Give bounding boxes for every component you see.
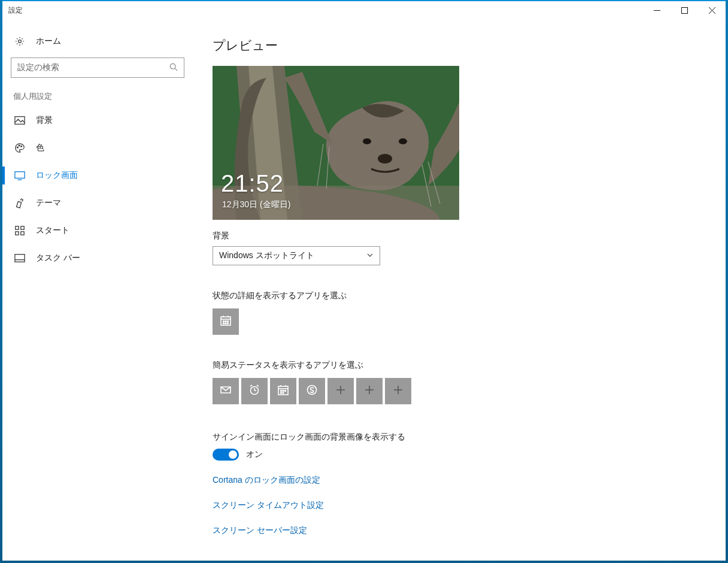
search-placeholder: 設定の検索 [17,62,59,73]
window-title: 設定 [8,5,23,16]
quick-status-add-2[interactable] [356,378,383,404]
maximize-button[interactable] [671,1,698,19]
svg-point-24 [378,154,392,164]
plus-icon [393,385,404,398]
svg-rect-7 [15,117,25,125]
quick-status-add-1[interactable] [327,378,354,404]
background-dropdown[interactable]: Windows スポットライト [213,246,380,265]
svg-rect-15 [16,232,19,235]
lock-screen-icon [14,170,25,181]
signin-bg-toggle-row: オン [213,449,702,461]
svg-point-22 [363,138,371,144]
search-icon [169,63,178,73]
svg-line-42 [250,385,252,386]
svg-rect-1 [681,7,687,13]
minimize-button[interactable] [643,1,671,19]
quick-status-label: 簡易ステータスを表示するアプリを選ぶ [213,360,702,371]
gear-icon [14,36,25,47]
svg-point-36 [223,323,225,324]
toggle-state: オン [246,449,263,460]
detailed-status-tiles [213,308,702,335]
window-controls [643,1,726,19]
svg-rect-13 [16,226,19,229]
quick-status-app-calendar[interactable] [270,378,296,404]
sidebar-section-label: 個人用設定 [2,78,193,107]
search-input[interactable]: 設定の検索 [11,57,184,78]
svg-point-10 [21,146,22,147]
sidebar-item-label: 背景 [36,115,53,126]
signin-bg-toggle[interactable] [213,449,239,461]
svg-point-37 [225,323,226,324]
svg-rect-17 [15,255,25,262]
preview-date: 12月30日 (金曜日) [222,199,290,210]
image-icon [14,115,25,126]
svg-point-34 [225,321,226,322]
calendar-icon [277,384,289,398]
titlebar: 設定 [2,1,726,19]
svg-rect-16 [21,232,24,235]
svg-point-9 [19,145,20,146]
calendar-icon [220,314,232,329]
plus-icon [364,385,375,398]
sidebar-item-colors[interactable]: 色 [2,134,193,162]
close-button[interactable] [698,1,726,19]
svg-point-51 [281,392,282,394]
sidebar-item-label: テーマ [36,198,61,208]
svg-point-49 [283,391,284,392]
plus-icon [335,385,346,398]
skype-icon [306,384,318,398]
quick-status-app-alarm[interactable] [241,378,268,404]
svg-rect-14 [21,226,24,229]
sidebar-item-label: スタート [36,225,69,236]
sidebar-item-label: ロック画面 [36,170,78,181]
svg-point-52 [283,392,284,394]
svg-line-6 [175,68,177,71]
page-title: プレビュー [213,37,702,54]
settings-window: 設定 ホーム [2,0,726,561]
dropdown-value: Windows スポットライト [219,250,314,261]
sidebar-item-start[interactable]: スタート [2,217,193,244]
sidebar-item-themes[interactable]: テーマ [2,189,193,217]
quick-status-app-mail[interactable] [213,378,239,404]
quick-status-tiles [213,378,702,404]
svg-point-23 [399,138,407,144]
detailed-status-label: 状態の詳細を表示するアプリを選ぶ [213,290,702,301]
taskbar-icon [14,253,25,264]
palette-icon [14,143,25,153]
sidebar: ホーム 設定の検索 個人用設定 [2,19,193,561]
sidebar-item-lock-screen[interactable]: ロック画面 [2,162,193,189]
sidebar-item-label: 色 [36,143,44,153]
chevron-down-icon [366,251,374,261]
svg-point-4 [19,40,22,43]
background-label: 背景 [213,231,702,241]
content: プレビュー [193,19,726,561]
sidebar-item-background[interactable]: 背景 [2,107,193,134]
quick-status-app-skype[interactable] [299,378,325,404]
svg-point-8 [17,147,19,148]
link-screensaver[interactable]: スクリーン セーバー設定 [213,525,702,536]
svg-point-33 [223,321,225,322]
home-link[interactable]: ホーム [2,30,193,55]
svg-point-5 [170,63,175,69]
signin-bg-label: サインイン画面にロック画面の背景画像を表示する [213,432,702,443]
svg-point-48 [281,391,282,392]
alarm-icon [248,384,260,398]
svg-point-50 [285,391,286,392]
svg-point-38 [228,323,229,324]
theme-icon [14,198,25,208]
lock-screen-preview: 21:52 12月30日 (金曜日) [213,66,459,220]
start-icon [14,225,25,236]
search-wrap: 設定の検索 [2,57,193,78]
sidebar-item-label: タスク バー [36,253,80,264]
link-cortana-lock-settings[interactable]: Cortana のロック画面の設定 [213,475,702,486]
link-screen-timeout[interactable]: スクリーン タイムアウト設定 [213,500,702,511]
detailed-status-app-calendar[interactable] [213,308,239,335]
home-label: ホーム [36,36,61,47]
quick-status-add-3[interactable] [385,378,411,404]
body: ホーム 設定の検索 個人用設定 [2,19,726,561]
preview-time: 21:52 [221,170,284,197]
svg-line-43 [257,385,259,386]
svg-point-35 [228,321,229,322]
mail-icon [220,384,232,398]
sidebar-item-taskbar[interactable]: タスク バー [2,244,193,272]
